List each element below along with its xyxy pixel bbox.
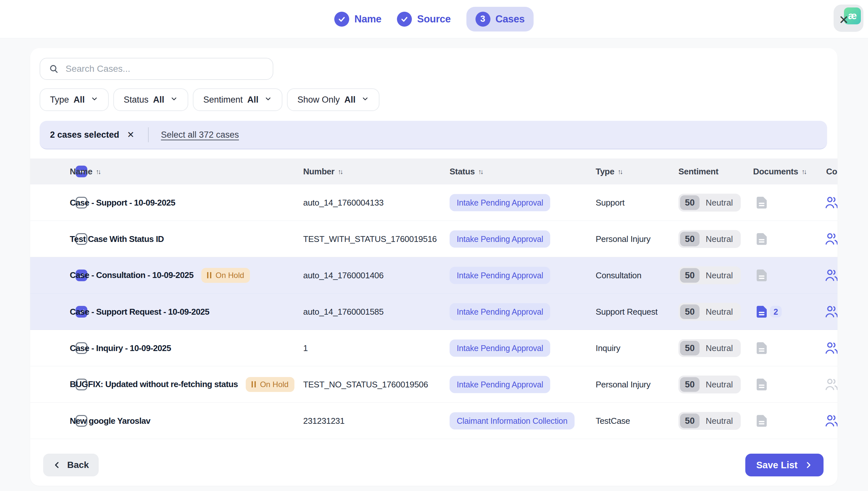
pause-icon <box>251 381 256 387</box>
case-number: 231231231 <box>303 416 345 426</box>
documents-cell[interactable] <box>757 233 767 245</box>
document-count-badge: 2 <box>770 306 782 318</box>
filter-label: Sentiment <box>203 95 243 105</box>
status-cell: Claimant Information Collection <box>450 412 574 429</box>
filter-status[interactable]: StatusAll <box>113 88 188 111</box>
case-type: TestCase <box>596 416 630 426</box>
wizard-stepper: Name Source 3 Cases <box>334 7 534 31</box>
filter-value: All <box>74 95 85 105</box>
sentiment-score: 50 <box>680 341 699 355</box>
table-row[interactable]: New google Yaroslav 231231231 Claimant I… <box>30 403 837 439</box>
contacts-cell[interactable] <box>825 196 837 209</box>
sentiment-score: 50 <box>680 195 699 210</box>
sort-icon: ↑↓ <box>478 168 484 175</box>
sort-icon: ↑↓ <box>802 168 807 175</box>
step-name[interactable]: Name <box>334 12 381 27</box>
contacts-people-icon <box>825 342 837 355</box>
case-name-cell: Case - Support - 10-09-2025 <box>70 197 175 207</box>
sentiment-score: 50 <box>680 268 699 283</box>
filter-value: All <box>153 95 164 105</box>
documents-cell[interactable] <box>757 342 767 354</box>
column-header-name[interactable]: Name↑↓ <box>70 167 101 177</box>
documents-cell[interactable] <box>757 415 767 427</box>
step-number-circle: 3 <box>475 12 490 27</box>
table-row[interactable]: Case - Inquiry - 10-09-2025 1 Intake Pen… <box>30 330 837 366</box>
filter-label: Status <box>124 95 149 105</box>
column-header-documents[interactable]: Documents↑↓ <box>753 167 807 177</box>
document-icon <box>757 342 767 354</box>
filter-label: Show Only <box>297 95 340 105</box>
status-badge: Intake Pending Approval <box>450 339 550 356</box>
search-icon <box>49 64 59 74</box>
documents-cell[interactable] <box>757 269 767 281</box>
filter-show-only[interactable]: Show OnlyAll <box>287 88 380 111</box>
sentiment-label: Neutral <box>699 377 739 392</box>
contacts-people-icon <box>825 269 837 282</box>
save-list-button[interactable]: Save List <box>745 454 824 476</box>
browser-extension-widget[interactable]: æ ✕ <box>834 4 864 32</box>
document-icon <box>757 233 767 245</box>
case-name: New google Yaroslav <box>70 416 150 426</box>
case-number: TEST_WITH_STATUS_1760019516 <box>303 234 437 244</box>
case-type: Inquiry <box>596 343 620 353</box>
step-source-label: Source <box>417 13 451 25</box>
sentiment-pill: 50 Neutral <box>679 194 741 211</box>
contacts-cell[interactable] <box>825 232 837 246</box>
sentiment-score: 50 <box>680 232 699 246</box>
contacts-cell[interactable] <box>825 378 837 391</box>
status-badge: Intake Pending Approval <box>450 303 550 320</box>
step-source[interactable]: Source <box>397 12 451 27</box>
status-badge: Intake Pending Approval <box>450 230 550 248</box>
status-cell: Intake Pending Approval <box>450 194 550 211</box>
back-button-label: Back <box>67 460 89 470</box>
chevron-down-icon <box>264 95 272 105</box>
table-row[interactable]: BUGFIX: Updated without re-fetching stat… <box>30 366 837 403</box>
step-cases[interactable]: 3 Cases <box>466 7 534 31</box>
filter-value: All <box>345 95 356 105</box>
case-type: Support <box>596 197 625 207</box>
pause-icon <box>207 272 211 278</box>
column-header-status[interactable]: Status↑↓ <box>450 167 484 177</box>
filter-label: Type <box>50 95 69 105</box>
column-header-number[interactable]: Number↑↓ <box>303 167 343 177</box>
documents-cell[interactable] <box>757 197 767 208</box>
filter-type[interactable]: TypeAll <box>39 88 109 111</box>
documents-cell[interactable]: 2 <box>757 306 782 318</box>
sentiment-label: Neutral <box>699 195 739 210</box>
contacts-cell[interactable] <box>825 305 837 318</box>
column-header-contacts: Co <box>826 167 837 177</box>
on-hold-label: On Hold <box>260 380 289 389</box>
case-type: Personal Injury <box>596 234 651 244</box>
contacts-cell[interactable] <box>825 269 837 282</box>
case-type: Personal Injury <box>596 379 651 389</box>
case-number: 1 <box>303 343 308 353</box>
chevron-down-icon <box>91 95 98 105</box>
column-header-type[interactable]: Type↑↓ <box>596 167 623 177</box>
status-cell: Intake Pending Approval <box>450 376 550 393</box>
case-name-cell: Case - Support Request - 10-09-2025 <box>70 307 209 317</box>
sentiment-pill: 50 Neutral <box>679 339 741 357</box>
case-number: auto_14_1760001585 <box>303 307 384 317</box>
clear-selection-icon[interactable]: ✕ <box>127 131 134 139</box>
table-row[interactable]: Test Case With Status ID TEST_WITH_STATU… <box>30 221 837 257</box>
sentiment-score: 50 <box>680 377 699 392</box>
table-row[interactable]: Case - Support Request - 10-09-2025 auto… <box>30 294 837 330</box>
sentiment-pill: 50 Neutral <box>679 230 741 248</box>
filter-value: All <box>247 95 259 105</box>
search-input[interactable] <box>66 64 264 74</box>
filter-sentiment[interactable]: SentimentAll <box>193 88 282 111</box>
check-circle-icon <box>334 12 349 27</box>
contacts-people-icon <box>825 305 837 318</box>
documents-cell[interactable] <box>757 378 767 390</box>
status-badge: Intake Pending Approval <box>450 194 550 211</box>
on-hold-badge: On Hold <box>201 268 250 283</box>
divider <box>148 127 149 142</box>
cursor-x-mark: ✕ <box>839 13 849 27</box>
table-row[interactable]: Case - Consultation - 10-09-2025 On Hold… <box>30 257 837 294</box>
select-all-link[interactable]: Select all 372 cases <box>161 130 239 140</box>
table-row[interactable]: Case - Support - 10-09-2025 auto_14_1760… <box>30 184 837 221</box>
back-button[interactable]: Back <box>43 454 99 476</box>
contacts-cell[interactable] <box>825 342 837 355</box>
contacts-cell[interactable] <box>825 414 837 427</box>
sort-icon: ↑↓ <box>618 168 623 175</box>
